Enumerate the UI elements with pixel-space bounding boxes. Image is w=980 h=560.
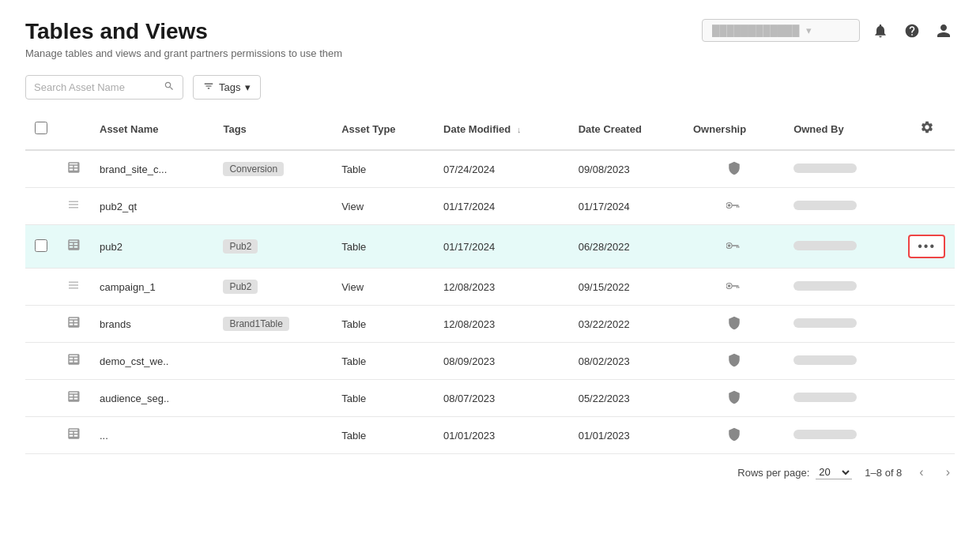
table-icon [66,355,81,369]
tags-filter-button[interactable]: Tags ▾ [193,75,261,100]
table-footer: Rows per page: 20 50 100 1–8 of 8 ‹ › [0,454,980,490]
asset-tags: Brand1Table [213,306,332,343]
search-box[interactable] [25,75,183,100]
key-icon [726,281,742,293]
table-row: brandsBrand1TableTable12/08/202303/22/20… [25,306,955,343]
row-icon-cell [57,225,90,269]
page-title: Tables and Views [25,19,342,44]
date-modified: 12/08/2023 [434,306,569,343]
table-icon [66,430,81,443]
asset-tags: Pub2 [213,225,332,269]
svg-rect-8 [736,246,737,247]
asset-type: View [332,188,434,225]
date-created: 01/17/2024 [569,188,684,225]
asset-tags: Pub2 [213,269,332,306]
prev-page-button[interactable]: ‹ [914,464,928,481]
date-created: 09/08/2023 [569,150,684,188]
user-button[interactable] [933,20,955,42]
asset-tags [213,343,332,380]
owned-by [784,380,899,417]
select-all-checkbox[interactable] [35,122,47,134]
asset-name: campaign_1 [90,269,213,306]
col-tags: Tags [213,109,332,150]
sort-icon: ↓ [517,125,522,134]
row-checkbox-cell [25,150,57,188]
owned-by-placeholder [793,318,857,328]
key-icon [726,241,742,253]
table-icon [66,393,81,406]
asset-tags [213,188,332,225]
owned-by-placeholder [793,163,857,173]
col-asset-name: Asset Name [90,109,213,150]
row-checkbox-cell [25,343,57,380]
ownership [684,417,784,454]
search-input[interactable] [34,81,160,93]
shield-icon [727,166,741,178]
date-modified: 01/17/2024 [434,225,569,269]
asset-tags [213,380,332,417]
user-icon [936,23,952,39]
col-ownership: Ownership [684,109,784,150]
row-icon-cell [57,380,90,417]
date-created: 09/15/2022 [569,269,684,306]
svg-rect-3 [736,205,737,207]
key-icon [726,201,742,212]
shield-icon [727,432,741,444]
col-date-modified[interactable]: Date Modified ↓ [434,109,569,150]
ownership [684,380,784,417]
svg-rect-14 [738,286,739,288]
row-actions [899,306,955,343]
header-left: Tables and Views Manage tables and views… [25,19,342,59]
header-dropdown[interactable]: ████████████ ▾ [702,19,860,42]
table-header: Asset Name Tags Asset Type Date Modified… [25,109,955,150]
asset-type: Table [332,306,434,343]
header-right: ████████████ ▾ [702,19,955,42]
col-owned-by: Owned By [784,109,899,150]
date-modified: 01/01/2023 [434,417,569,454]
table-row: ...Table01/01/202301/01/2023 [25,417,955,454]
row-checkbox-cell [25,306,57,343]
dropdown-arrow-icon: ▾ [806,24,850,36]
asset-tags: Conversion [213,150,332,188]
table-row: demo_cst_we..Table08/09/202308/02/2023 [25,343,955,380]
date-modified: 01/17/2024 [434,188,569,225]
row-checkbox-cell [25,225,57,269]
col-settings [899,109,955,150]
ownership [684,306,784,343]
table-row: brand_site_c...ConversionTable07/24/2024… [25,150,955,188]
date-created: 05/22/2023 [569,380,684,417]
row-checkbox-cell [25,188,57,225]
asset-name: brands [90,306,213,343]
owned-by [784,269,899,306]
tags-dropdown-arrow: ▾ [245,81,251,93]
svg-rect-7 [732,245,739,246]
col-date-created: Date Created [569,109,684,150]
rows-per-page-select[interactable]: 20 50 100 [816,465,852,479]
more-actions-button[interactable]: ••• [908,235,945,258]
bell-icon [873,23,888,39]
row-icon-cell [57,269,90,306]
date-modified: 08/07/2023 [434,380,569,417]
column-settings-button[interactable] [917,117,937,141]
row-checkbox-cell [25,380,57,417]
table-row: campaign_1Pub2View12/08/202309/15/2022 [25,269,955,306]
asset-type: View [332,269,434,306]
row-icon-cell [57,306,90,343]
table-body: brand_site_c...ConversionTable07/24/2024… [25,150,955,454]
asset-type: Table [332,343,434,380]
notifications-button[interactable] [869,20,891,42]
svg-point-6 [727,244,730,247]
row-checkbox[interactable] [35,239,47,252]
row-actions [899,380,955,417]
next-page-button[interactable]: › [941,464,955,481]
filter-icon [203,81,214,94]
table-icon [66,241,81,254]
table-row: pub2_qtView01/17/202401/17/2024 [25,188,955,225]
asset-type: Table [332,417,434,454]
help-button[interactable] [901,20,923,42]
ownership [684,343,784,380]
table-icon [66,163,81,177]
svg-rect-12 [732,285,739,286]
svg-rect-2 [732,205,739,205]
page-subtitle: Manage tables and views and grant partne… [25,47,342,59]
